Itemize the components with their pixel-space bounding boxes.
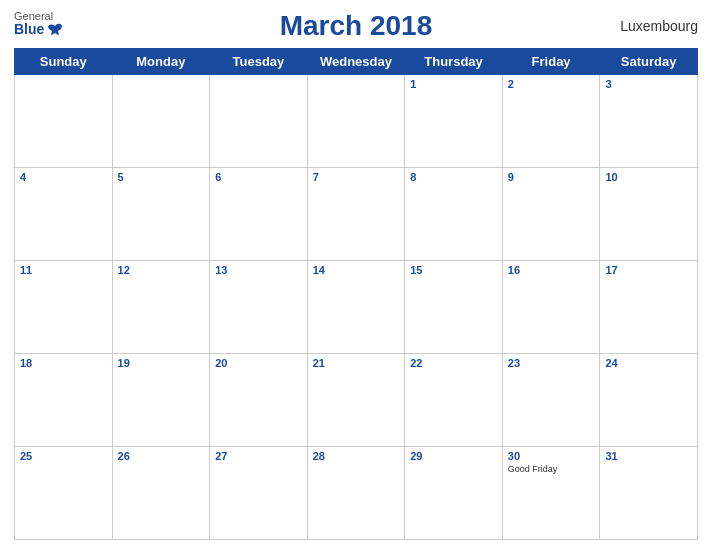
day-number: 31 bbox=[605, 450, 692, 462]
calendar-cell-1: 1 bbox=[405, 75, 503, 168]
day-number: 9 bbox=[508, 171, 595, 183]
day-number: 19 bbox=[118, 357, 205, 369]
day-number: 21 bbox=[313, 357, 400, 369]
calendar-thead: SundayMondayTuesdayWednesdayThursdayFrid… bbox=[15, 49, 698, 75]
calendar-cell-12: 12 bbox=[112, 261, 210, 354]
calendar-tbody: 1234567891011121314151617181920212223242… bbox=[15, 75, 698, 540]
calendar-cell-14: 14 bbox=[307, 261, 405, 354]
weekday-header-saturday: Saturday bbox=[600, 49, 698, 75]
calendar-cell-9: 9 bbox=[502, 168, 600, 261]
day-number: 5 bbox=[118, 171, 205, 183]
calendar-cell-15: 15 bbox=[405, 261, 503, 354]
calendar-cell-empty bbox=[210, 75, 308, 168]
day-number: 12 bbox=[118, 264, 205, 276]
calendar-cell-8: 8 bbox=[405, 168, 503, 261]
calendar-wrapper: General Blue March 2018 Luxembourg Sunda… bbox=[0, 0, 712, 550]
calendar-cell-25: 25 bbox=[15, 447, 113, 540]
week-row-2: 11121314151617 bbox=[15, 261, 698, 354]
weekday-header-wednesday: Wednesday bbox=[307, 49, 405, 75]
calendar-cell-2: 2 bbox=[502, 75, 600, 168]
week-row-3: 18192021222324 bbox=[15, 354, 698, 447]
calendar-cell-10: 10 bbox=[600, 168, 698, 261]
weekday-header-tuesday: Tuesday bbox=[210, 49, 308, 75]
day-number: 24 bbox=[605, 357, 692, 369]
day-number: 3 bbox=[605, 78, 692, 90]
day-number: 8 bbox=[410, 171, 497, 183]
day-number: 13 bbox=[215, 264, 302, 276]
logo: General Blue bbox=[14, 10, 63, 37]
calendar-cell-22: 22 bbox=[405, 354, 503, 447]
calendar-cell-21: 21 bbox=[307, 354, 405, 447]
day-number: 14 bbox=[313, 264, 400, 276]
calendar-cell-23: 23 bbox=[502, 354, 600, 447]
calendar-cell-28: 28 bbox=[307, 447, 405, 540]
day-number: 23 bbox=[508, 357, 595, 369]
day-number: 27 bbox=[215, 450, 302, 462]
day-number: 11 bbox=[20, 264, 107, 276]
day-number: 10 bbox=[605, 171, 692, 183]
calendar-cell-7: 7 bbox=[307, 168, 405, 261]
day-number: 15 bbox=[410, 264, 497, 276]
day-number: 6 bbox=[215, 171, 302, 183]
calendar-cell-26: 26 bbox=[112, 447, 210, 540]
day-number: 30 bbox=[508, 450, 595, 462]
calendar-cell-31: 31 bbox=[600, 447, 698, 540]
day-number: 2 bbox=[508, 78, 595, 90]
calendar-cell-empty bbox=[307, 75, 405, 168]
day-number: 25 bbox=[20, 450, 107, 462]
weekday-header-thursday: Thursday bbox=[405, 49, 503, 75]
calendar-cell-empty bbox=[112, 75, 210, 168]
weekday-header-friday: Friday bbox=[502, 49, 600, 75]
day-number: 1 bbox=[410, 78, 497, 90]
weekday-header-row: SundayMondayTuesdayWednesdayThursdayFrid… bbox=[15, 49, 698, 75]
calendar-cell-30: 30Good Friday bbox=[502, 447, 600, 540]
day-number: 29 bbox=[410, 450, 497, 462]
calendar-cell-27: 27 bbox=[210, 447, 308, 540]
calendar-cell-4: 4 bbox=[15, 168, 113, 261]
calendar-cell-5: 5 bbox=[112, 168, 210, 261]
day-number: 18 bbox=[20, 357, 107, 369]
calendar-cell-29: 29 bbox=[405, 447, 503, 540]
calendar-cell-empty bbox=[15, 75, 113, 168]
calendar-cell-18: 18 bbox=[15, 354, 113, 447]
week-row-1: 45678910 bbox=[15, 168, 698, 261]
calendar-country: Luxembourg bbox=[620, 18, 698, 34]
calendar-cell-19: 19 bbox=[112, 354, 210, 447]
day-number: 26 bbox=[118, 450, 205, 462]
day-number: 7 bbox=[313, 171, 400, 183]
day-number: 22 bbox=[410, 357, 497, 369]
logo-bird-icon bbox=[47, 23, 63, 37]
day-number: 4 bbox=[20, 171, 107, 183]
day-number: 28 bbox=[313, 450, 400, 462]
logo-blue-text: Blue bbox=[14, 22, 63, 37]
calendar-cell-20: 20 bbox=[210, 354, 308, 447]
calendar-cell-3: 3 bbox=[600, 75, 698, 168]
calendar-header: General Blue March 2018 Luxembourg bbox=[14, 10, 698, 42]
weekday-header-monday: Monday bbox=[112, 49, 210, 75]
calendar-cell-24: 24 bbox=[600, 354, 698, 447]
week-row-4: 252627282930Good Friday31 bbox=[15, 447, 698, 540]
day-number: 17 bbox=[605, 264, 692, 276]
day-number: 16 bbox=[508, 264, 595, 276]
day-number: 20 bbox=[215, 357, 302, 369]
calendar-cell-13: 13 bbox=[210, 261, 308, 354]
week-row-0: 123 bbox=[15, 75, 698, 168]
event-text: Good Friday bbox=[508, 464, 595, 474]
calendar-title: March 2018 bbox=[280, 10, 433, 42]
calendar-cell-17: 17 bbox=[600, 261, 698, 354]
calendar-cell-16: 16 bbox=[502, 261, 600, 354]
weekday-header-sunday: Sunday bbox=[15, 49, 113, 75]
calendar-table: SundayMondayTuesdayWednesdayThursdayFrid… bbox=[14, 48, 698, 540]
calendar-cell-6: 6 bbox=[210, 168, 308, 261]
calendar-cell-11: 11 bbox=[15, 261, 113, 354]
